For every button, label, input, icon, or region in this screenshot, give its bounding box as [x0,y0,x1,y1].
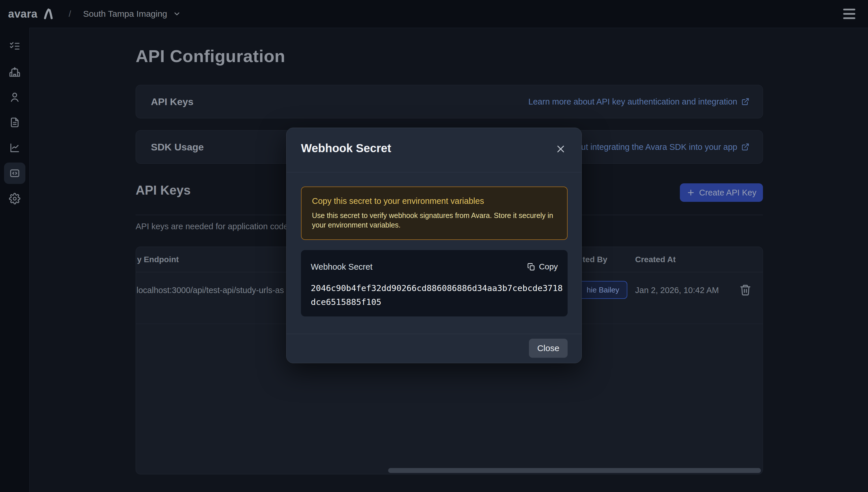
api-keys-info-card: API Keys Learn more about API key authen… [136,85,763,118]
sidebar-item-documents[interactable] [4,112,25,133]
menu-icon[interactable] [843,9,855,19]
sdk-usage-learn-more-link[interactable]: out integrating the Avara SDK into your … [577,130,749,164]
api-keys-learn-more-link[interactable]: Learn more about API key authentication … [528,85,749,118]
modal-title: Webhook Secret [301,142,391,155]
column-header-created-by: ted By [583,247,607,272]
copy-label: Copy [539,262,558,271]
app-root: avara / South Tampa Imaging [0,0,868,492]
horizontal-scrollbar[interactable] [388,468,761,473]
modal-footer-divider [287,334,581,334]
section-title: API Keys [136,183,191,197]
chevron-down-icon [173,10,181,18]
gear-icon [9,193,21,204]
sidebar-item-analytics[interactable] [4,137,25,158]
sidebar-item-hospital[interactable] [4,61,25,82]
organization-selector[interactable]: South Tampa Imaging [83,0,181,28]
created-by-badge: hie Bailey [579,281,627,299]
sidebar-item-patients[interactable] [4,86,25,108]
secret-panel: Webhook Secret Copy 2046c90b4fef32dd9026… [301,250,568,316]
logo-mark-icon [42,7,54,20]
user-icon [9,91,21,103]
copy-icon [527,263,535,271]
breadcrumb-separator: / [69,0,71,28]
webhook-secret-value: 2046c90b4fef32dd90266cd886086886d34aa3b7… [311,281,567,309]
cell-created-at: Jan 2, 2026, 10:42 AM [635,279,719,302]
section-description: API keys are needed for application code [136,222,288,231]
api-keys-link-text: Learn more about API key authentication … [528,97,737,106]
external-link-icon [741,98,749,106]
sdk-usage-link-text: out integrating the Avara SDK into your … [577,142,737,152]
webhook-secret-modal: Webhook Secret Copy this secret to your … [286,128,582,363]
cell-endpoint: localhost:3000/api/test-api/study-urls-a… [136,279,284,302]
hospital-icon [9,66,21,78]
close-icon[interactable] [554,143,567,156]
create-api-key-button[interactable]: Create API Key [680,183,763,202]
top-bar: avara / South Tampa Imaging [0,0,868,28]
warning-callout: Copy this secret to your environment var… [301,187,568,240]
breadcrumb-label: South Tampa Imaging [83,9,167,19]
sidebar-item-api-configuration[interactable] [4,163,25,184]
warning-body: Use this secret to verify webhook signat… [312,211,559,230]
file-text-icon [9,117,21,128]
code-icon [9,168,21,179]
warning-title: Copy this secret to your environment var… [312,196,484,206]
logo-text: avara [8,8,37,20]
trash-icon [739,284,752,296]
copy-button[interactable]: Copy [527,261,558,273]
checklist-icon [9,41,21,52]
column-header-endpoint: y Endpoint [137,247,179,272]
close-button[interactable]: Close [529,339,568,358]
external-link-icon [741,143,749,151]
delete-api-key-button[interactable] [739,284,752,297]
create-api-key-label: Create API Key [699,188,756,197]
line-chart-icon [9,142,21,154]
api-keys-card-label: API Keys [151,85,193,118]
sidebar [0,28,30,492]
page-title: API Configuration [136,46,285,66]
sidebar-item-tasks[interactable] [4,35,25,57]
modal-header-divider [287,172,581,172]
sdk-usage-card-label: SDK Usage [151,130,204,164]
sidebar-item-settings[interactable] [4,188,25,209]
column-header-created-at: Created At [635,247,676,272]
secret-label: Webhook Secret [311,262,372,272]
plus-icon [686,188,695,197]
app-logo: avara [8,0,54,28]
